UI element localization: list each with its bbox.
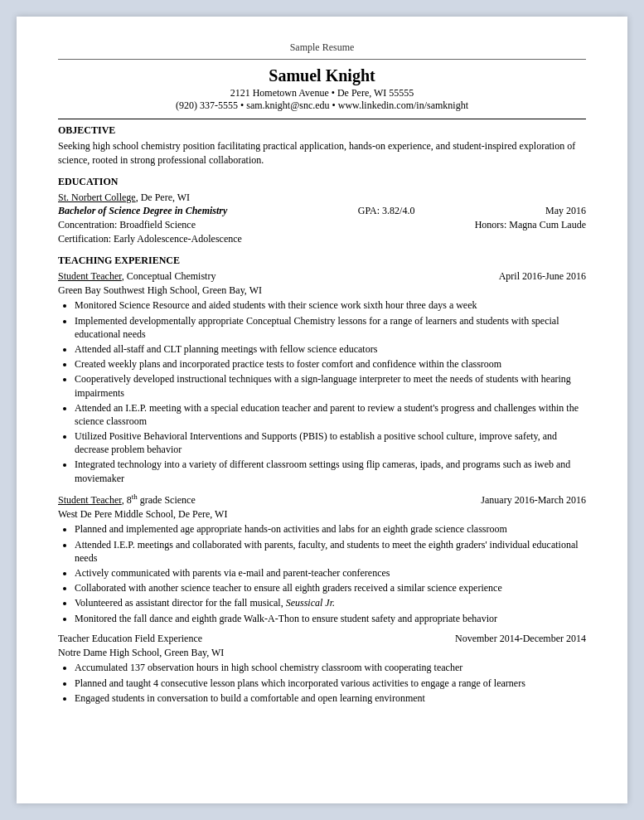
list-item: Implemented developmentally appropriate … [75,314,586,341]
job-3-bullets: Accumulated 137 observation hours in hig… [75,661,586,705]
list-item: Accumulated 137 observation hours in hig… [75,661,586,674]
teaching-experience-section: TEACHING EXPERIENCE Student Teacher, Con… [58,255,586,705]
honors: Honors: Magna Cum Laude [475,218,586,232]
list-item: Created weekly plans and incorporated pr… [75,357,586,371]
list-item: Integrated technology into a variety of … [75,458,586,484]
teaching-experience-title: TEACHING EXPERIENCE [58,255,586,267]
list-item: Attended an I.E.P. meeting with a specia… [75,401,586,428]
school-name: St. Norbert College [58,192,136,203]
education-title: EDUCATION [58,176,586,188]
list-item: Collaborated with another science teache… [75,581,586,594]
concentration: Concentration: Broadfield Science [58,218,196,232]
objective-section: OBJECTIVE Seeking high school chemistry … [58,124,586,167]
job-2-grade: 8th [127,494,138,506]
address: 2121 Hometown Avenue • De Pere, WI 55555 [58,87,586,99]
sample-resume-label: Sample Resume [58,41,586,54]
education-details-row1: Concentration: Broadfield Science Honors… [58,218,586,232]
job-2: Student Teacher, 8th grade Science Janua… [58,492,586,625]
job-3: Teacher Education Field Experience Novem… [58,632,586,705]
list-item: Actively communicated with parents via e… [75,566,586,580]
name-section: Samuel Knight 2121 Hometown Avenue • De … [58,66,586,112]
list-item: Monitored the fall dance and eighth grad… [75,612,586,625]
header-divider [58,119,586,119]
job-1-bullets: Monitored Science Resource and aided stu… [75,298,586,484]
list-item: Engaged students in conversation to buil… [75,691,586,705]
education-degree-row: Bachelor of Science Degree in Chemistry … [58,204,586,218]
musical-title: Seussical Jr. [286,597,335,609]
degree-name: Bachelor of Science Degree in Chemistry [58,204,227,218]
school-location: , De Pere, WI [136,192,190,203]
job-3-location: Notre Dame High School, Green Bay, WI [58,646,586,660]
graduation-date: May 2016 [545,204,586,218]
job-2-title: Student Teacher [58,494,122,506]
candidate-name: Samuel Knight [58,66,586,85]
job-2-location: West De Pere Middle School, De Pere, WI [58,507,586,522]
list-item: Monitored Science Resource and aided stu… [75,298,586,312]
certification: Certification: Early Adolescence-Adolesc… [58,232,586,246]
job-3-title-line: Teacher Education Field Experience [58,632,202,646]
list-item: Cooperatively developed instructional te… [75,372,586,399]
job-1-location: Green Bay Southwest High School, Green B… [58,284,586,298]
job-2-detail: grade Science [138,494,196,506]
gpa: GPA: 3.82/4.0 [358,204,415,218]
objective-text: Seeking high school chemistry position f… [58,139,586,167]
list-item: Attended I.E.P. meetings and collaborate… [75,538,586,565]
job-1-title: Student Teacher [58,270,122,282]
job-2-header: Student Teacher, 8th grade Science Janua… [58,492,586,507]
list-item: Utilized Positive Behavioral Interventio… [75,429,586,456]
job-1-header: Student Teacher, Conceptual Chemistry Ap… [58,269,586,284]
job-3-header: Teacher Education Field Experience Novem… [58,632,586,646]
job-2-title-line: Student Teacher, 8th grade Science [58,492,196,507]
superscript-th: th [132,492,138,501]
job-2-bullets: Planned and implemented age appropriate … [75,522,586,624]
resume-container: Sample Resume Samuel Knight 2121 Hometow… [17,17,627,803]
list-item: Planned and implemented age appropriate … [75,522,586,536]
job-1-date: April 2016-June 2016 [499,269,586,284]
objective-title: OBJECTIVE [58,124,586,137]
list-item: Attended all-staff and CLT planning meet… [75,342,586,356]
list-item: Volunteered as assistant director for th… [75,596,586,609]
job-3-date: November 2014-December 2014 [455,632,586,646]
education-section: EDUCATION St. Norbert College, De Pere, … [58,176,586,246]
job-2-date: January 2016-March 2016 [481,493,586,507]
top-divider [58,59,586,60]
job-1: Student Teacher, Conceptual Chemistry Ap… [58,269,586,485]
list-item: Planned and taught 4 consecutive lesson … [75,677,586,690]
education-school-line: St. Norbert College, De Pere, WI [58,191,586,205]
job-1-title-line: Student Teacher, Conceptual Chemistry [58,269,215,284]
job-3-title: Teacher Education Field Experience [58,633,202,644]
contact-info: (920) 337-5555 • sam.knight@snc.edu • ww… [58,99,586,112]
job-1-detail: , Conceptual Chemistry [122,270,216,282]
